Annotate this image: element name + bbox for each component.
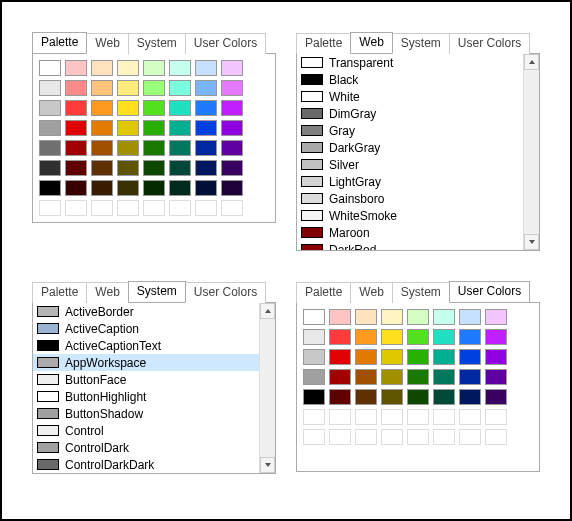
empty-swatch[interactable] <box>221 200 243 216</box>
scroll-down-button[interactable] <box>260 457 275 473</box>
empty-swatch[interactable] <box>303 409 325 425</box>
color-swatch[interactable] <box>355 309 377 325</box>
color-swatch[interactable] <box>39 100 61 116</box>
color-swatch[interactable] <box>91 80 113 96</box>
color-swatch[interactable] <box>39 80 61 96</box>
color-swatch[interactable] <box>433 349 455 365</box>
scroll-up-button[interactable] <box>260 303 275 319</box>
tab-user-colors[interactable]: User Colors <box>185 282 266 303</box>
color-swatch[interactable] <box>39 160 61 176</box>
color-swatch[interactable] <box>459 329 481 345</box>
color-swatch[interactable] <box>459 349 481 365</box>
empty-swatch[interactable] <box>195 200 217 216</box>
color-list-item[interactable]: Transparent <box>297 54 523 71</box>
empty-swatch[interactable] <box>143 200 165 216</box>
color-swatch[interactable] <box>143 140 165 156</box>
color-swatch[interactable] <box>65 180 87 196</box>
color-swatch[interactable] <box>195 100 217 116</box>
color-swatch[interactable] <box>195 140 217 156</box>
color-list-item[interactable]: ControlDarkDark <box>33 456 259 473</box>
web-color-list[interactable]: TransparentBlackWhiteDimGrayGrayDarkGray… <box>297 54 523 250</box>
color-swatch[interactable] <box>221 100 243 116</box>
color-swatch[interactable] <box>407 309 429 325</box>
color-swatch[interactable] <box>355 389 377 405</box>
color-swatch[interactable] <box>65 80 87 96</box>
color-swatch[interactable] <box>169 120 191 136</box>
empty-swatch[interactable] <box>381 409 403 425</box>
color-swatch[interactable] <box>485 369 507 385</box>
color-swatch[interactable] <box>459 309 481 325</box>
color-list-item[interactable]: ActiveBorder <box>33 303 259 320</box>
color-swatch[interactable] <box>39 60 61 76</box>
color-swatch[interactable] <box>329 329 351 345</box>
color-swatch[interactable] <box>355 369 377 385</box>
color-list-item[interactable]: Silver <box>297 156 523 173</box>
color-swatch[interactable] <box>381 369 403 385</box>
color-swatch[interactable] <box>407 349 429 365</box>
color-list-item[interactable]: ActiveCaption <box>33 320 259 337</box>
tab-system[interactable]: System <box>392 33 450 54</box>
tab-system[interactable]: System <box>392 282 450 303</box>
color-list-item[interactable]: ButtonHighlight <box>33 388 259 405</box>
tab-system[interactable]: System <box>128 33 186 54</box>
color-swatch[interactable] <box>143 180 165 196</box>
color-swatch[interactable] <box>221 160 243 176</box>
color-swatch[interactable] <box>169 140 191 156</box>
color-swatch[interactable] <box>65 60 87 76</box>
scrollbar[interactable] <box>259 303 275 473</box>
tab-web[interactable]: Web <box>350 32 392 53</box>
color-swatch[interactable] <box>195 80 217 96</box>
scroll-up-button[interactable] <box>524 54 539 70</box>
color-swatch[interactable] <box>303 369 325 385</box>
color-swatch[interactable] <box>433 309 455 325</box>
color-list-item[interactable]: Gainsboro <box>297 190 523 207</box>
color-swatch[interactable] <box>117 120 139 136</box>
color-swatch[interactable] <box>329 369 351 385</box>
tab-user-colors[interactable]: User Colors <box>449 281 530 302</box>
tab-system[interactable]: System <box>128 281 186 302</box>
system-color-list[interactable]: ActiveBorderActiveCaptionActiveCaptionTe… <box>33 303 259 473</box>
empty-swatch[interactable] <box>381 429 403 445</box>
empty-swatch[interactable] <box>407 409 429 425</box>
color-swatch[interactable] <box>381 329 403 345</box>
color-list-item[interactable]: DarkRed <box>297 241 523 250</box>
color-swatch[interactable] <box>221 80 243 96</box>
empty-swatch[interactable] <box>433 409 455 425</box>
tab-user-colors[interactable]: User Colors <box>185 33 266 54</box>
color-swatch[interactable] <box>195 160 217 176</box>
empty-swatch[interactable] <box>303 429 325 445</box>
color-swatch[interactable] <box>329 349 351 365</box>
color-swatch[interactable] <box>169 100 191 116</box>
empty-swatch[interactable] <box>39 200 61 216</box>
color-swatch[interactable] <box>143 60 165 76</box>
color-swatch[interactable] <box>143 160 165 176</box>
color-swatch[interactable] <box>221 60 243 76</box>
color-swatch[interactable] <box>39 120 61 136</box>
color-swatch[interactable] <box>65 140 87 156</box>
color-swatch[interactable] <box>65 120 87 136</box>
color-swatch[interactable] <box>195 120 217 136</box>
empty-swatch[interactable] <box>169 200 191 216</box>
tab-palette[interactable]: Palette <box>32 282 87 303</box>
color-swatch[interactable] <box>65 100 87 116</box>
tab-web[interactable]: Web <box>86 33 128 54</box>
tab-user-colors[interactable]: User Colors <box>449 33 530 54</box>
empty-swatch[interactable] <box>407 429 429 445</box>
color-swatch[interactable] <box>303 309 325 325</box>
color-swatch[interactable] <box>221 180 243 196</box>
color-swatch[interactable] <box>381 309 403 325</box>
color-swatch[interactable] <box>169 80 191 96</box>
color-swatch[interactable] <box>407 369 429 385</box>
color-swatch[interactable] <box>169 180 191 196</box>
color-list-item[interactable]: ActiveCaptionText <box>33 337 259 354</box>
empty-swatch[interactable] <box>485 409 507 425</box>
color-list-item[interactable]: Gray <box>297 122 523 139</box>
color-list-item[interactable]: DarkGray <box>297 139 523 156</box>
color-swatch[interactable] <box>381 389 403 405</box>
color-swatch[interactable] <box>433 369 455 385</box>
color-swatch[interactable] <box>459 389 481 405</box>
color-swatch[interactable] <box>433 389 455 405</box>
color-swatch[interactable] <box>117 100 139 116</box>
color-list-item[interactable]: White <box>297 88 523 105</box>
color-swatch[interactable] <box>39 140 61 156</box>
